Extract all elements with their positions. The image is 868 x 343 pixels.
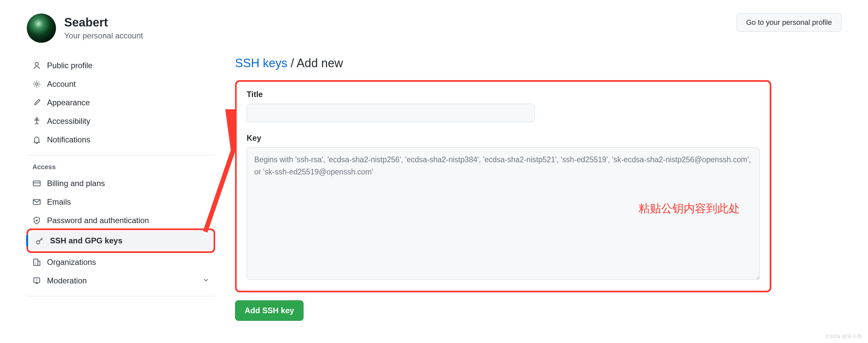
- key-icon: [35, 237, 44, 245]
- sidebar-item-label: SSH and GPG keys: [50, 236, 123, 245]
- person-icon: [32, 61, 41, 70]
- sidebar-item-label: Organizations: [47, 257, 96, 267]
- sidebar-item-organizations[interactable]: Organizations: [27, 253, 215, 272]
- svg-point-2: [36, 118, 37, 119]
- sidebar-item-label: Password and authentication: [47, 216, 149, 225]
- key-label: Key: [247, 133, 760, 143]
- user-name: Seabert: [64, 16, 143, 29]
- svg-rect-3: [33, 181, 40, 186]
- sidebar-item-label: Account: [47, 80, 76, 89]
- accessibility-icon: [32, 117, 41, 125]
- form-highlight-annotation: Title Key 粘贴公钥内容到此处: [235, 80, 771, 292]
- report-icon: [32, 276, 41, 285]
- watermark-text: CSDN @宋小羽: [826, 334, 862, 340]
- svg-point-1: [35, 83, 38, 85]
- sidebar-item-label: Accessibility: [47, 117, 90, 126]
- settings-sidebar: Public profile Account Appearance Access…: [27, 56, 215, 302]
- sidebar-item-label: Notifications: [47, 135, 90, 144]
- main-content: SSH keys / Add new Title Key 粘贴公钥内容到此处 A…: [235, 56, 771, 321]
- sidebar-item-label: Public profile: [47, 61, 92, 70]
- avatar[interactable]: [27, 13, 56, 43]
- sidebar-item-public-profile[interactable]: Public profile: [27, 56, 215, 75]
- paintbrush-icon: [32, 98, 41, 107]
- breadcrumb-link-ssh-keys[interactable]: SSH keys: [235, 56, 287, 70]
- sidebar-heading-access: Access: [27, 161, 215, 174]
- sidebar-item-ssh-keys[interactable]: SSH and GPG keys: [29, 231, 212, 250]
- svg-rect-7: [33, 259, 38, 266]
- sidebar-item-label: Billing and plans: [47, 179, 105, 188]
- sidebar-item-label: Emails: [47, 197, 71, 207]
- sidebar-item-label: Moderation: [47, 276, 87, 285]
- user-header: Seabert Your personal account: [27, 13, 143, 43]
- add-ssh-key-button[interactable]: Add SSH key: [235, 300, 304, 321]
- sidebar-item-label: Appearance: [47, 98, 90, 107]
- go-to-profile-button[interactable]: Go to your personal profile: [737, 13, 841, 32]
- title-label: Title: [247, 90, 760, 99]
- bell-icon: [32, 135, 41, 144]
- sidebar-divider: [27, 296, 215, 296]
- sidebar-item-accessibility[interactable]: Accessibility: [27, 112, 215, 130]
- title-input[interactable]: [247, 104, 535, 122]
- breadcrumb: SSH keys / Add new: [235, 56, 771, 70]
- gear-icon: [32, 80, 41, 88]
- sidebar-item-notifications[interactable]: Notifications: [27, 130, 215, 149]
- sidebar-divider: [27, 155, 215, 155]
- chevron-down-icon: [203, 276, 209, 285]
- sidebar-item-moderation[interactable]: Moderation: [27, 272, 215, 290]
- breadcrumb-sep: /: [291, 56, 297, 70]
- sidebar-item-emails[interactable]: Emails: [27, 193, 215, 211]
- svg-point-5: [36, 220, 37, 221]
- credit-card-icon: [32, 179, 41, 188]
- breadcrumb-current: Add new: [297, 56, 343, 70]
- sidebar-item-password[interactable]: Password and authentication: [27, 211, 215, 230]
- mail-icon: [32, 198, 41, 206]
- svg-point-0: [35, 62, 38, 66]
- organization-icon: [32, 258, 41, 267]
- user-subtitle: Your personal account: [64, 31, 143, 40]
- sidebar-item-appearance[interactable]: Appearance: [27, 93, 215, 112]
- sidebar-highlight-annotation: SSH and GPG keys: [27, 228, 215, 253]
- shield-lock-icon: [32, 216, 41, 225]
- sidebar-item-billing[interactable]: Billing and plans: [27, 174, 215, 193]
- sidebar-item-account[interactable]: Account: [27, 75, 215, 93]
- paste-annotation-text: 粘贴公钥内容到此处: [639, 201, 740, 216]
